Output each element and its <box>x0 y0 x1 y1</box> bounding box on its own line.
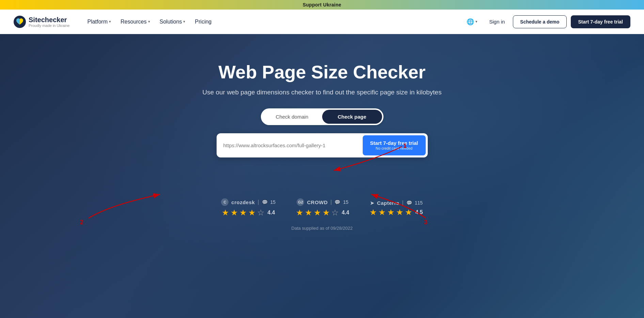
comment-icon: 💬 <box>334 199 340 205</box>
support-banner: Support Ukraine <box>0 0 644 10</box>
capterra-rating: 4.5 <box>415 209 423 215</box>
g2-stars: ★ ★ ★ ★ ☆ 4.4 <box>296 208 349 217</box>
chevron-down-icon: ▾ <box>475 19 477 24</box>
hero-subtitle: Use our web page dimensions checker to f… <box>202 89 441 96</box>
svg-text:3: 3 <box>424 219 427 226</box>
comment-icon: 💬 <box>262 199 268 205</box>
comment-icon: 💬 <box>406 200 412 206</box>
globe-icon: 🌐 <box>467 18 474 26</box>
crozdesk-label: crozdesk <box>231 199 255 205</box>
hero-title: Web Page Size Checker <box>218 61 425 82</box>
nav-right: 🌐 ▾ Sign in Schedule a demo Start 7-day … <box>463 15 630 28</box>
logo-icon <box>14 16 26 28</box>
nav-resources[interactable]: Resources ▾ <box>116 16 154 28</box>
logo[interactable]: Sitechecker Proudly made in Ukraine <box>14 16 69 28</box>
chevron-down-icon: ▾ <box>148 19 150 24</box>
nav-links: Platform ▾ Resources ▾ Solutions ▾ Prici… <box>83 16 463 28</box>
tab-switcher: Check domain Check page <box>261 108 383 125</box>
capterra-review-count: 115 <box>415 200 423 206</box>
data-supplied-text: Data supplied as of 09/28/2022 <box>292 226 353 231</box>
url-input[interactable] <box>223 142 363 148</box>
hero-section: Web Page Size Checker Use our web page d… <box>0 34 644 318</box>
svg-text:2: 2 <box>80 219 83 226</box>
chevron-down-icon: ▾ <box>183 19 185 24</box>
nav-solutions[interactable]: Solutions ▾ <box>156 16 190 28</box>
capterra-stars: ★ ★ ★ ★ ★ 4.5 <box>370 208 423 216</box>
support-banner-text: Support Ukraine <box>303 2 341 7</box>
sign-in-button[interactable]: Sign in <box>485 16 509 27</box>
g2-icon: G2 <box>297 198 304 206</box>
nav-pricing[interactable]: Pricing <box>191 16 216 28</box>
logo-name: Sitechecker <box>29 16 69 24</box>
navbar: Sitechecker Proudly made in Ukraine Plat… <box>0 10 644 34</box>
g2crowd-header: G2 CROWD | 💬 15 <box>297 198 348 206</box>
capterra-icon: ➤ <box>370 200 374 206</box>
logo-tagline: Proudly made in Ukraine <box>29 24 69 28</box>
crozdesk-header: C crozdesk | 💬 15 <box>221 198 276 206</box>
nav-platform[interactable]: Platform ▾ <box>83 16 115 28</box>
url-input-box: Start 7-day free trial No credit card ne… <box>217 133 428 157</box>
ratings-row: C crozdesk | 💬 15 ★ ★ ★ ★ ☆ 4.4 <box>221 198 423 217</box>
schedule-demo-button[interactable]: Schedule a demo <box>513 15 566 28</box>
crozdesk-icon: C <box>221 198 229 206</box>
crozdesk-rating: 4.4 <box>267 210 275 216</box>
ratings-section: C crozdesk | 💬 15 ★ ★ ★ ★ ☆ 4.4 <box>221 198 423 231</box>
chevron-down-icon: ▾ <box>109 19 111 24</box>
crozdesk-review-count: 15 <box>270 199 276 205</box>
g2-review-count: 15 <box>343 199 348 205</box>
rating-capterra: ➤ Capterra | 💬 115 ★ ★ ★ ★ ★ 4.5 <box>370 200 423 216</box>
capterra-header: ➤ Capterra | 💬 115 <box>370 200 423 206</box>
rating-g2crowd: G2 CROWD | 💬 15 ★ ★ ★ ★ ☆ 4.4 <box>296 198 349 217</box>
start-trial-nav-button[interactable]: Start 7-day free trial <box>571 15 631 28</box>
tab-check-domain[interactable]: Check domain <box>262 110 322 124</box>
annotation-arrow-2: 2 <box>78 181 174 225</box>
rating-crozdesk: C crozdesk | 💬 15 ★ ★ ★ ★ ☆ 4.4 <box>221 198 276 217</box>
crozdesk-stars: ★ ★ ★ ★ ☆ 4.4 <box>222 208 275 217</box>
g2-rating: 4.4 <box>342 210 349 216</box>
g2-label: CROWD <box>307 199 328 205</box>
capterra-label: Capterra <box>377 200 399 206</box>
language-selector[interactable]: 🌐 ▾ <box>463 15 481 28</box>
start-trial-cta-button[interactable]: Start 7-day free trial No credit card ne… <box>363 135 426 155</box>
tab-check-page[interactable]: Check page <box>322 110 382 124</box>
